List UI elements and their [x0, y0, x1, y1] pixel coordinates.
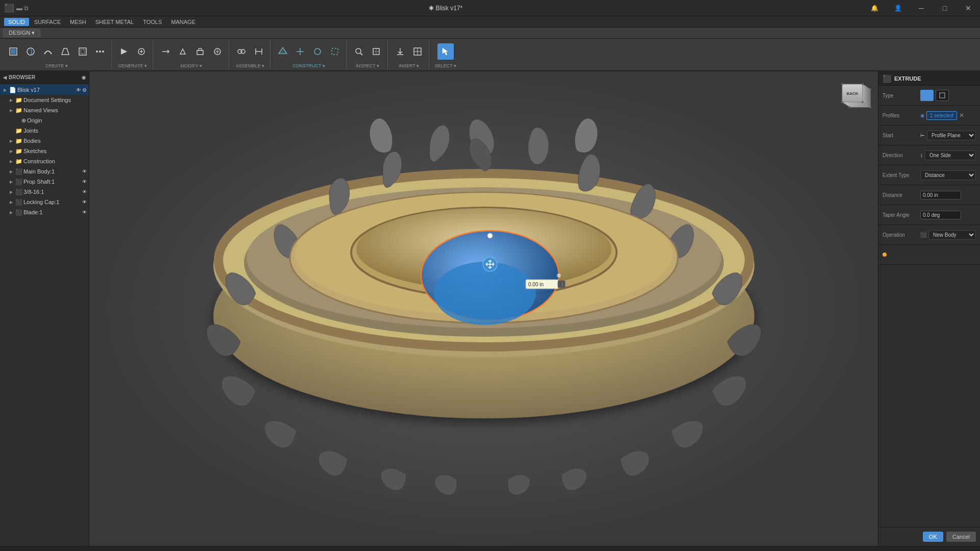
browser-collapse-icon[interactable]: ◉: [82, 75, 86, 80]
modify-group-label[interactable]: MODIFY ▾: [181, 62, 202, 68]
construct-btn4[interactable]: [327, 43, 343, 60]
create-sweep-btn[interactable]: [40, 43, 56, 60]
tree-item-lockingcap[interactable]: ▶ ⬛ Locking Cap:1 👁: [0, 197, 89, 207]
svg-text:BACK: BACK: [846, 91, 858, 96]
create-group-label[interactable]: CREATE ▾: [45, 62, 67, 68]
insert-group-label[interactable]: INSERT ▾: [399, 62, 419, 68]
construct-group-label[interactable]: CONSTRUCT ▾: [292, 62, 325, 68]
insert-btn2[interactable]: [409, 43, 426, 60]
type-solid-btn[interactable]: [920, 90, 934, 101]
inspect-btn2[interactable]: [368, 43, 384, 60]
tree-label-mainbody: Main Body:1: [23, 168, 55, 174]
start-select[interactable]: Profile Plane Offset: [927, 131, 976, 140]
viewport[interactable]: 0.00 in ⋮: [89, 71, 878, 546]
tree-label-propshaft: Prop Shaft:1: [23, 179, 55, 185]
profiles-clear-btn[interactable]: ✕: [959, 112, 964, 119]
tree-item-mainbody[interactable]: ▶ ⬛ Main Body:1 👁: [0, 166, 89, 177]
insert-btn1[interactable]: [392, 43, 408, 60]
assemble-group-label[interactable]: ASSEMBLE ▾: [236, 62, 264, 68]
assemble-btn1[interactable]: [233, 43, 250, 60]
menu-surface[interactable]: SURFACE: [30, 18, 65, 26]
operation-row: Operation ⬛ New Body Join Cut Intersect: [883, 228, 976, 241]
select-btn1[interactable]: [437, 43, 454, 60]
tree-item-docsettings[interactable]: ▶ 📁 Document Settings: [0, 95, 89, 105]
menu-tools[interactable]: TOOLS: [139, 18, 166, 26]
assemble-btn2[interactable]: [251, 43, 267, 60]
cancel-button[interactable]: Cancel: [946, 532, 976, 542]
ok-button[interactable]: OK: [923, 532, 943, 542]
modify-btn3[interactable]: [192, 43, 208, 60]
status-bar: ⏮ ◀ ▶ ⏭ ⬛⬛⬛ ✥ ↺ ⊕ ⊡ 🔲 ⊞ | ☰ 1 Profile | …: [0, 546, 980, 551]
menu-bar: SOLID SURFACE MESH SHEET METAL TOOLS MAN…: [0, 16, 980, 28]
svg-rect-15: [332, 48, 338, 55]
tree-icon-origin: ⊕: [21, 117, 26, 124]
create-shell-btn[interactable]: [75, 43, 91, 60]
tree-item-sketches[interactable]: ▶ 📁 Sketches: [0, 146, 89, 156]
select-group-label[interactable]: SELECT ▾: [435, 62, 456, 68]
generate-btn2[interactable]: [133, 43, 150, 60]
svg-point-48: [849, 106, 851, 108]
create-extrude-btn[interactable]: [5, 43, 21, 60]
generate-icons: [116, 41, 150, 62]
modify-btn1[interactable]: [157, 43, 174, 60]
tree-item-3-16-1[interactable]: ▶ ⬛ 3/8-16:1 👁: [0, 187, 89, 197]
create-revolve-btn[interactable]: [22, 43, 39, 60]
tree-item-joints[interactable]: ▶ 📁 Joints: [0, 126, 89, 136]
menu-mesh[interactable]: MESH: [66, 18, 90, 26]
operation-select[interactable]: New Body Join Cut Intersect: [928, 230, 976, 240]
tree-item-origin[interactable]: ▶ ⊕ Origin: [0, 115, 89, 126]
window-notification[interactable]: 🔔: [863, 0, 886, 16]
taper-value: [920, 211, 976, 219]
extent-value: Distance To Object All: [920, 170, 976, 180]
view-cube[interactable]: BACK: [832, 77, 873, 117]
browser-expand-icon[interactable]: ◀: [3, 75, 7, 80]
create-more-btn[interactable]: [92, 43, 108, 60]
distance-row: Distance: [883, 188, 976, 202]
generate-btn1[interactable]: [116, 43, 132, 60]
menu-sheet-metal[interactable]: SHEET METAL: [91, 18, 138, 26]
tree-arrow-propshaft: ▶: [8, 180, 14, 184]
eye-lockingcap[interactable]: 👁: [82, 199, 87, 205]
tree-item-construction[interactable]: ▶ 📁 Construction: [0, 156, 89, 166]
eye-icon-root[interactable]: 👁: [76, 87, 81, 93]
construct-btn3[interactable]: [309, 43, 326, 60]
eye-mainbody[interactable]: 👁: [82, 169, 87, 174]
eye-propshaft[interactable]: 👁: [82, 179, 87, 184]
profile-select-icon: ◈: [920, 112, 924, 119]
close-button[interactable]: ✕: [957, 0, 980, 16]
generate-group-label[interactable]: GENERATE ▾: [118, 62, 147, 68]
distance-input[interactable]: [920, 191, 961, 199]
maximize-button[interactable]: □: [933, 0, 957, 16]
type-surface-btn[interactable]: [936, 90, 949, 101]
create-loft-btn[interactable]: [57, 43, 74, 60]
inspect-btn1[interactable]: [351, 43, 367, 60]
toolbar-group-assemble: ASSEMBLE ▾: [230, 40, 271, 69]
profiles-selected-btn[interactable]: 1 selected: [926, 111, 957, 120]
settings-icon-root[interactable]: ⚙: [82, 87, 87, 93]
taper-input[interactable]: [920, 211, 961, 219]
modify-btn2[interactable]: [175, 43, 191, 60]
extent-select[interactable]: Distance To Object All: [920, 170, 976, 180]
minimize-button[interactable]: ─: [910, 0, 933, 16]
start-value: ⊢ Profile Plane Offset: [920, 131, 976, 140]
direction-select[interactable]: One Side Two Sides Symmetric: [925, 151, 976, 160]
menu-manage[interactable]: MANAGE: [167, 18, 200, 26]
design-tab-button[interactable]: DESIGN ▾: [3, 29, 40, 37]
extent-row: Extent Type Distance To Object All: [883, 168, 976, 182]
construct-btn2[interactable]: [292, 43, 308, 60]
modify-btn4[interactable]: [209, 43, 226, 60]
inspect-group-label[interactable]: INSPECT ▾: [356, 62, 379, 68]
tree-item-namedviews[interactable]: ▶ 📁 Named Views: [0, 105, 89, 115]
eye-3-16[interactable]: 👁: [82, 189, 87, 194]
svg-rect-10: [197, 51, 203, 55]
eye-blade[interactable]: 👁: [82, 210, 87, 215]
window-account[interactable]: 👤: [886, 0, 910, 16]
menu-solid[interactable]: SOLID: [4, 18, 29, 26]
svg-point-14: [314, 48, 321, 55]
tree-item-bodies[interactable]: ▶ 📁 Bodies: [0, 136, 89, 146]
tree-item-blade[interactable]: ▶ ⬛ Blade:1 👁: [0, 207, 89, 217]
tree-item-root[interactable]: ▶ 📄 Blisk v17 👁 ⚙: [0, 85, 89, 95]
3d-viewport: 0.00 in ⋮: [89, 71, 878, 546]
tree-item-propshaft[interactable]: ▶ ⬛ Prop Shaft:1 👁: [0, 177, 89, 187]
construct-btn1[interactable]: [275, 43, 291, 60]
